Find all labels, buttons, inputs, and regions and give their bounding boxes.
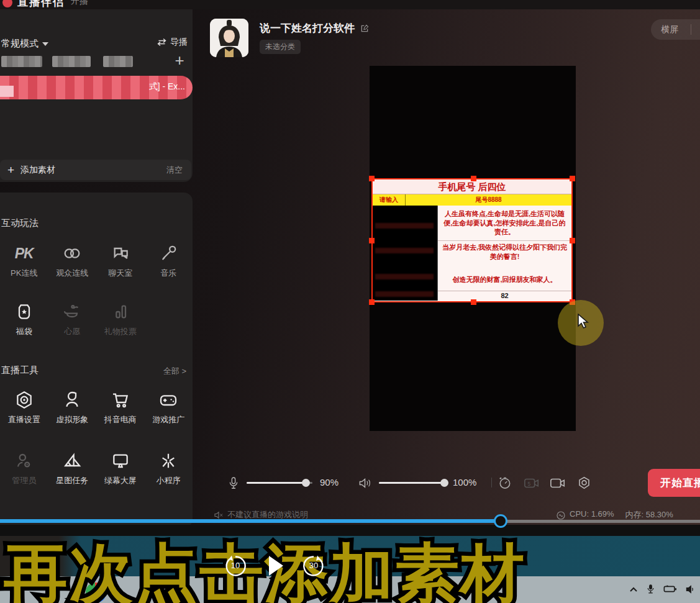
tool-gift-vote[interactable]: 礼物投票	[96, 302, 145, 337]
speaker-volume-value: 100%	[453, 477, 476, 487]
table-paragraph: 人生虽有终点,生命却是无涯,生活可以随便,生命却要认真,怎样安排此生,是自己的责…	[438, 206, 571, 241]
tool-label: 游戏推广	[152, 414, 184, 425]
streamer-avatar[interactable]	[210, 19, 248, 57]
tool-game-promo[interactable]: 游戏推广	[145, 390, 193, 425]
tool-label: 礼物投票	[104, 326, 137, 337]
tool-wish[interactable]: 心愿	[48, 302, 97, 337]
scene-tab-redacted[interactable]	[1, 56, 42, 67]
tutorial-subtitle: 再次点击添加素材	[4, 532, 700, 603]
play-button[interactable]	[266, 555, 285, 579]
add-material-bar[interactable]: + 添加素材 清空	[0, 160, 191, 180]
start-live-button[interactable]: 开始直播	[648, 469, 700, 497]
linked-rings-icon	[62, 243, 82, 263]
selection-handle[interactable]	[471, 299, 476, 305]
admin-person-icon	[14, 451, 34, 471]
tool-label: 直播设置	[8, 414, 40, 425]
play-icon	[266, 555, 285, 577]
svg-text:5: 5	[528, 481, 531, 487]
mini-program-icon	[158, 451, 178, 471]
scene-tab-redacted[interactable]	[103, 56, 133, 67]
performance-icon	[556, 510, 566, 520]
tool-live-settings[interactable]: 直播设置	[0, 390, 48, 425]
tool-virtual-avatar[interactable]: 虚拟形象	[48, 390, 97, 425]
room-title-text: 说一下姓名打分软件	[260, 21, 355, 35]
table-paragraph: 当岁月老去,我依然记得以往夕阳下我们完美的誓言!	[438, 241, 571, 270]
tool-audience-link[interactable]: 观众连线	[48, 243, 97, 279]
tool-pk-link[interactable]: PK PK连线	[0, 243, 48, 279]
tool-label: 福袋	[16, 326, 32, 337]
orientation-toggle[interactable]: 横屏	[651, 19, 700, 40]
avatar-person-icon	[62, 390, 82, 410]
pk-icon: PK	[14, 243, 34, 263]
table-tail-number: 尾号8888	[406, 194, 571, 206]
tool-label: 管理员	[12, 475, 36, 486]
table-paragraph: 创造无限的财富,回报朋友和家人。	[438, 270, 571, 291]
forward-seconds: 30	[302, 561, 325, 570]
selection-handle[interactable]	[570, 176, 575, 181]
mic-volume-slider[interactable]	[247, 482, 312, 484]
wish-lamp-icon	[62, 302, 82, 322]
app-logo-text: 直播伴侣	[17, 0, 65, 9]
tool-green-screen[interactable]: 绿幕大屏	[96, 451, 145, 486]
category-badge[interactable]: 未选分类	[260, 40, 301, 54]
rewind-seconds: 10	[224, 561, 247, 570]
chat-bubbles-icon	[111, 243, 130, 263]
selected-material[interactable]: 手机尾号 后四位 请输入 尾号8888 人生虽有终点,生命却是无涯,生活可以随便…	[371, 178, 573, 302]
speaker-volume-icon[interactable]	[358, 477, 371, 489]
director-label: 导播	[170, 37, 188, 48]
interactive-section-title: 互动玩法	[1, 217, 39, 229]
add-scene-button[interactable]: +	[171, 53, 188, 69]
edit-icon[interactable]	[360, 24, 370, 34]
shopping-cart-icon	[111, 390, 130, 410]
video-progress-knob[interactable]	[494, 514, 507, 528]
topbar-menu-item[interactable]: 开播	[71, 0, 88, 7]
selection-handle[interactable]	[471, 176, 476, 181]
redacted-column	[373, 206, 438, 301]
mic-volume-icon[interactable]	[228, 476, 239, 490]
tools-all-link[interactable]: 全部 >	[163, 366, 186, 377]
tool-label: 绿幕大屏	[104, 475, 137, 486]
memory-usage: 内存: 58.30%	[625, 509, 673, 520]
stream-preview-canvas[interactable]: 手机尾号 后四位 请输入 尾号8888 人生虽有终点,生命却是无涯,生活可以随便…	[370, 66, 576, 431]
mode-selector[interactable]: 常规模式	[1, 38, 48, 50]
tool-lucky-bag[interactable]: 福袋	[0, 302, 48, 337]
scene-tab-redacted[interactable]	[52, 56, 91, 67]
speaker-slider-knob[interactable]	[440, 479, 448, 487]
landscape-option[interactable]: 横屏	[661, 24, 678, 34]
gear-icon[interactable]	[577, 476, 591, 490]
clear-button[interactable]: 清空	[166, 165, 183, 176]
tool-mini-program[interactable]: 小程序	[145, 451, 193, 486]
mouse-cursor-icon	[576, 314, 591, 330]
video-progress-fill[interactable]	[0, 519, 495, 523]
director-button[interactable]: 导播	[157, 37, 188, 48]
tool-douyin-shop[interactable]: 抖音电商	[96, 390, 145, 425]
mic-slider-knob[interactable]	[302, 479, 310, 487]
table-score: 82	[438, 291, 571, 301]
live-settings-icon	[14, 390, 34, 410]
divider	[691, 24, 691, 35]
tool-music[interactable]: 音乐	[145, 243, 193, 279]
chevron-down-icon	[42, 42, 48, 46]
record-clip-icon[interactable]: 5	[524, 477, 540, 489]
rewind-10-button[interactable]: 10	[224, 554, 247, 578]
tool-label: 心愿	[64, 326, 80, 337]
tool-star-task[interactable]: 星图任务	[48, 451, 97, 486]
selection-handle[interactable]	[369, 299, 375, 305]
add-material-label: 添加素材	[20, 165, 55, 176]
bar-chart-icon	[111, 302, 130, 322]
tools-panel: 互动玩法 PK PK连线 观众连线 聊天室 音乐 福袋	[0, 193, 193, 528]
timer-icon[interactable]	[498, 476, 512, 490]
tool-chat-room[interactable]: 聊天室	[96, 243, 145, 279]
cpu-usage: CPU: 1.69%	[570, 509, 614, 520]
camera-icon[interactable]	[550, 477, 566, 489]
tool-admin[interactable]: 管理员	[0, 451, 48, 486]
selection-handle[interactable]	[369, 176, 375, 181]
tool-label: 观众连线	[56, 268, 88, 279]
tool-label: 抖音电商	[104, 414, 137, 425]
selection-handle[interactable]	[369, 238, 375, 243]
table-input-label: 请输入	[373, 194, 406, 206]
selection-handle[interactable]	[570, 238, 575, 243]
active-scene-item[interactable]: 式] - Ex...	[0, 76, 193, 99]
speaker-volume-slider[interactable]	[379, 482, 445, 484]
forward-30-button[interactable]: 30	[302, 554, 325, 578]
